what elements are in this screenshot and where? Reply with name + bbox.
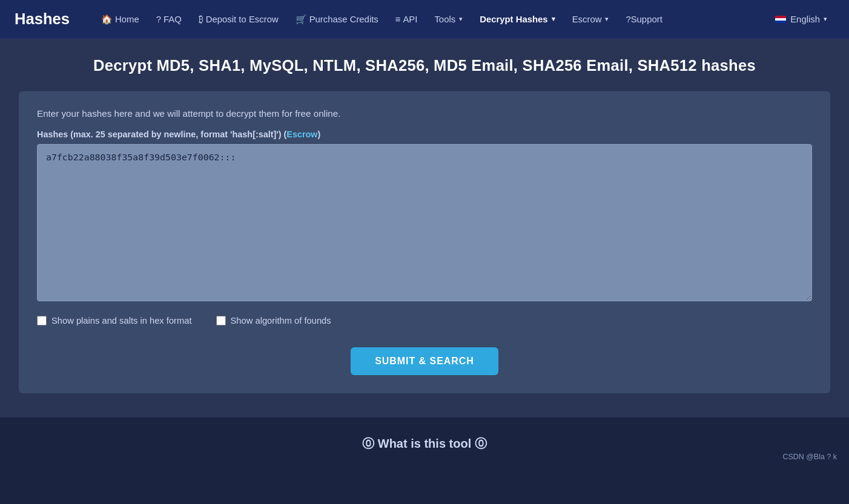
navbar-right: English ▾ (768, 10, 834, 29)
hash-textarea[interactable] (37, 144, 812, 301)
nav-home[interactable]: 🏠 Home (94, 9, 147, 30)
decrypt-dropdown-arrow: ▾ (552, 15, 555, 23)
checkboxes-row: Show plains and salts in hex format Show… (37, 316, 812, 326)
brand-logo[interactable]: Hashes (15, 10, 70, 28)
checkbox-algorithm-label[interactable]: Show algorithm of founds (216, 316, 331, 326)
nav-support[interactable]: ?Support (618, 10, 669, 29)
checkbox-algorithm-text: Show algorithm of founds (231, 316, 331, 326)
checkbox-hex-label[interactable]: Show plains and salts in hex format (37, 316, 192, 326)
flag-icon (775, 16, 786, 23)
main-wrapper: Decrypt MD5, SHA1, MySQL, NTLM, SHA256, … (0, 39, 849, 417)
nav-links: 🏠 Home ? FAQ ₿ Deposit to Escrow 🛒 Purch… (94, 9, 768, 30)
home-icon: 🏠 (101, 14, 113, 25)
nav-decrypt[interactable]: Decrypt Hashes ▾ (472, 10, 562, 29)
submit-row: SUBMIT & SEARCH (37, 347, 812, 375)
nav-faq[interactable]: ? FAQ (149, 10, 189, 29)
tools-dropdown-arrow: ▾ (459, 15, 463, 23)
card-description: Enter your hashes here and we will attem… (37, 108, 812, 119)
page-title: Decrypt MD5, SHA1, MySQL, NTLM, SHA256, … (12, 57, 837, 74)
nav-tools[interactable]: Tools ▾ (427, 10, 470, 29)
navbar: Hashes 🏠 Home ? FAQ ₿ Deposit to Escrow … (0, 0, 849, 39)
what-is-title: ⓪ What is this tool ⓪ (0, 430, 849, 452)
below-section: ⓪ What is this tool ⓪ CSDN @Bla ? k (0, 417, 849, 466)
checkbox-hex-text: Show plains and salts in hex format (51, 316, 192, 326)
checkbox-hex[interactable] (37, 316, 47, 326)
submit-button[interactable]: SUBMIT & SEARCH (351, 347, 498, 375)
nav-deposit[interactable]: ₿ Deposit to Escrow (191, 10, 286, 29)
nav-purchase[interactable]: 🛒 Purchase Credits (288, 9, 386, 30)
language-dropdown-arrow: ▾ (824, 15, 827, 23)
bitcoin-icon: ₿ (199, 15, 203, 24)
escrow-link[interactable]: Escrow (286, 129, 317, 139)
checkbox-algorithm[interactable] (216, 316, 226, 326)
escrow-dropdown-arrow: ▾ (605, 15, 609, 23)
bottom-credit: CSDN @Bla ? k (782, 453, 837, 461)
nav-api[interactable]: ≡ API (388, 10, 425, 29)
faq-icon: ? (156, 15, 161, 24)
hashes-label: Hashes (max. 25 separated by newline, fo… (37, 129, 812, 139)
nav-escrow[interactable]: Escrow ▾ (565, 10, 616, 29)
cart-icon: 🛒 (296, 14, 307, 25)
decrypt-card: Enter your hashes here and we will attem… (19, 91, 830, 393)
api-icon: ≡ (395, 15, 401, 24)
nav-language[interactable]: English ▾ (768, 10, 834, 29)
